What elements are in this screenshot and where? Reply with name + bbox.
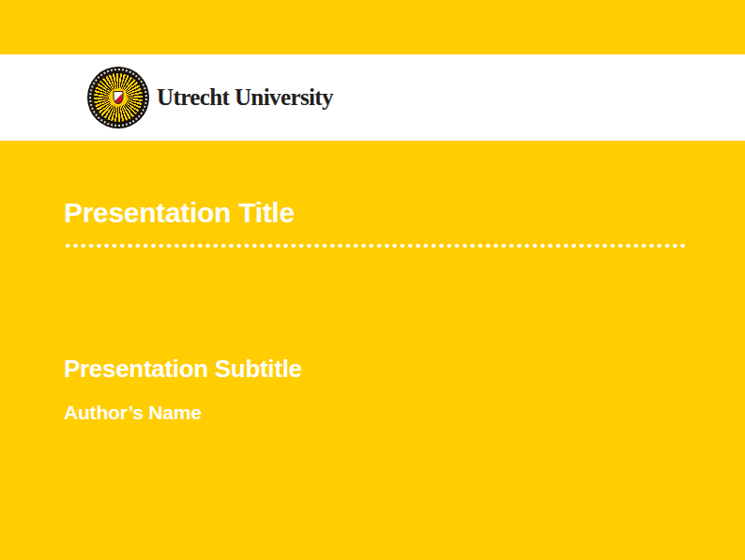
logo-band: Utrecht University <box>0 54 745 141</box>
slide-body: Presentation Title Presentation Subtitle… <box>0 141 745 560</box>
top-accent-bar <box>0 0 745 54</box>
title-slide: Utrecht University Presentation Title Pr… <box>0 0 745 560</box>
author-name: Author’s Name <box>64 402 202 422</box>
university-wordmark: Utrecht University <box>157 84 333 111</box>
presentation-title: Presentation Title <box>64 199 295 227</box>
utrecht-university-sun-seal-icon <box>87 67 149 129</box>
title-dotted-rule <box>64 243 685 249</box>
presentation-subtitle: Presentation Subtitle <box>64 356 302 381</box>
